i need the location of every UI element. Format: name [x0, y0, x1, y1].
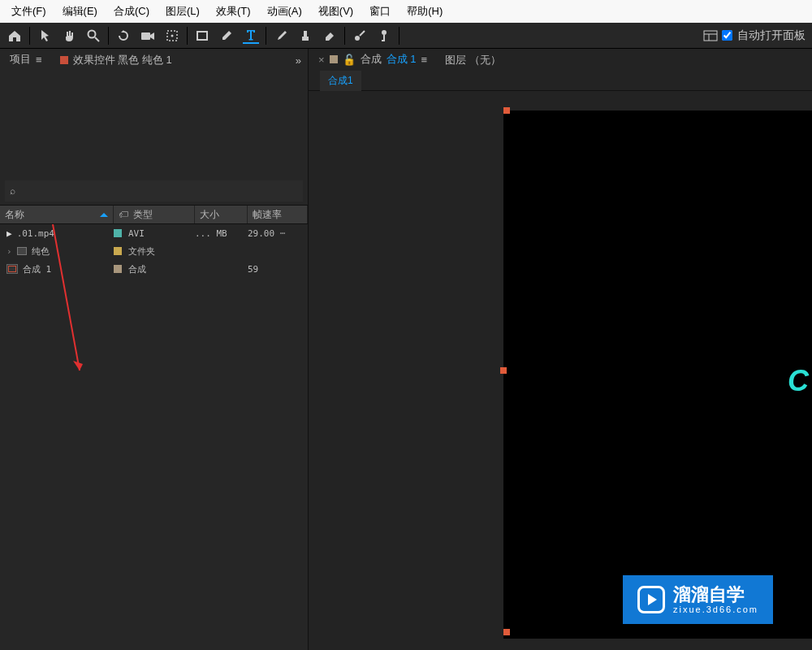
roto-brush-tool-icon[interactable]	[352, 28, 368, 44]
svg-rect-11	[704, 31, 717, 41]
watermark-logo: 溜溜自学 zixue.3d66.com	[623, 575, 773, 624]
panel-menu-icon[interactable]: ≡	[421, 54, 427, 66]
project-search-input[interactable]	[19, 185, 298, 197]
asset-color-chip	[114, 229, 122, 237]
menu-window[interactable]: 窗口	[361, 4, 399, 19]
toolbar: 自动打开面板	[0, 23, 812, 49]
asset-color-chip	[114, 265, 122, 273]
text-tool-icon[interactable]	[243, 28, 259, 44]
asset-table: 名称 🏷 类型 大小 帧速率 ▶ .01.mp4 AVI	[0, 205, 308, 650]
twirl-icon[interactable]: ›	[6, 246, 12, 257]
menu-help[interactable]: 帮助(H)	[399, 4, 451, 19]
composition-panel: × 🔓 合成 合成 1 ≡ 图层 （无） 合成1 C	[309, 49, 812, 650]
hand-tool-icon[interactable]	[61, 28, 77, 44]
transform-handle[interactable]	[503, 107, 510, 114]
panel-overflow-icon[interactable]: »	[296, 54, 301, 67]
menu-anim[interactable]: 动画(A)	[259, 4, 310, 19]
layer-tab[interactable]: 图层 （无）	[442, 48, 504, 72]
svg-rect-6	[302, 37, 309, 41]
canvas-area[interactable]: C	[309, 91, 812, 650]
pan-behind-tool-icon[interactable]	[164, 28, 180, 44]
col-fps[interactable]: 帧速率	[248, 206, 308, 223]
table-row[interactable]: ▶ .01.mp4 AVI ... MB 29.00 ┅	[0, 224, 308, 242]
svg-rect-7	[304, 31, 307, 37]
search-icon: ⌕	[10, 185, 15, 197]
auto-open-panels-input[interactable]	[722, 30, 732, 41]
transform-handle[interactable]	[503, 629, 510, 635]
col-type[interactable]: 🏷 类型	[114, 206, 195, 223]
tag-icon: 🏷	[119, 209, 128, 220]
graph-icon: ┅	[280, 228, 286, 239]
logo-text-sub: zixue.3d66.com	[673, 604, 758, 614]
asset-color-chip	[114, 247, 122, 255]
pen-tool-icon[interactable]	[218, 28, 235, 44]
menu-comp[interactable]: 合成(C)	[106, 4, 158, 19]
logo-text-main: 溜溜自学	[673, 585, 758, 604]
menu-effect[interactable]: 效果(T)	[208, 4, 259, 19]
clone-stamp-tool-icon[interactable]	[297, 28, 313, 44]
svg-point-9	[363, 31, 365, 32]
project-tab[interactable]: 项目 ≡	[6, 47, 45, 73]
auto-open-panels-checkbox[interactable]: 自动打开面板	[722, 28, 806, 43]
col-size[interactable]: 大小	[195, 206, 248, 223]
puppet-pin-tool-icon[interactable]	[376, 28, 392, 44]
composition-tab[interactable]: × 🔓 合成 合成 1 ≡	[315, 47, 430, 73]
comp-icon	[6, 264, 18, 274]
camera-tool-icon[interactable]	[140, 28, 156, 44]
panel-menu-icon[interactable]: ≡	[36, 54, 42, 66]
eraser-tool-icon[interactable]	[322, 28, 338, 44]
svg-line-1	[95, 37, 99, 41]
panel-layout-icon[interactable]	[702, 28, 719, 44]
table-row[interactable]: › 纯色 文件夹	[0, 242, 308, 260]
svg-point-8	[355, 36, 360, 41]
selection-tool-icon[interactable]	[37, 28, 53, 44]
folder-icon	[17, 247, 27, 255]
color-swatch-icon	[60, 56, 68, 64]
project-panel: 项目 ≡ 效果控件 黑色 纯色 1 » ⌕ 名称	[0, 49, 309, 650]
menu-bar: 文件(F) 编辑(E) 合成(C) 图层(L) 效果(T) 动画(A) 视图(V…	[0, 0, 812, 23]
rectangle-tool-icon[interactable]	[194, 28, 210, 44]
svg-point-4	[171, 34, 174, 37]
comp-color-chip	[330, 55, 338, 63]
home-icon[interactable]	[6, 28, 23, 44]
col-name[interactable]: 名称	[0, 206, 114, 223]
svg-point-10	[382, 30, 387, 35]
project-search[interactable]: ⌕	[5, 180, 303, 202]
rotation-tool-icon[interactable]	[115, 28, 132, 44]
menu-layer[interactable]: 图层(L)	[158, 4, 208, 19]
play-icon	[637, 586, 665, 613]
twirl-icon[interactable]: ▶	[6, 228, 12, 239]
menu-edit[interactable]: 编辑(E)	[54, 4, 106, 19]
lock-icon[interactable]: 🔓	[343, 54, 356, 66]
comp-breadcrumb[interactable]: 合成1	[320, 71, 361, 91]
svg-rect-5	[197, 32, 207, 40]
canvas-text-glyph: C	[788, 364, 809, 398]
svg-point-0	[89, 30, 96, 37]
zoom-tool-icon[interactable]	[85, 28, 102, 44]
canvas-content[interactable]	[503, 110, 812, 639]
svg-rect-2	[141, 32, 150, 40]
asset-preview-area	[0, 72, 308, 177]
sort-asc-icon	[100, 213, 108, 217]
brush-tool-icon[interactable]	[273, 28, 289, 44]
table-row[interactable]: 合成 1 合成 59	[0, 260, 308, 278]
menu-view[interactable]: 视图(V)	[310, 4, 361, 19]
transform-handle[interactable]	[500, 367, 507, 374]
menu-file[interactable]: 文件(F)	[3, 4, 54, 19]
effect-controls-tab[interactable]: 效果控件 黑色 纯色 1	[57, 48, 175, 72]
auto-open-panels-label: 自动打开面板	[737, 28, 806, 43]
